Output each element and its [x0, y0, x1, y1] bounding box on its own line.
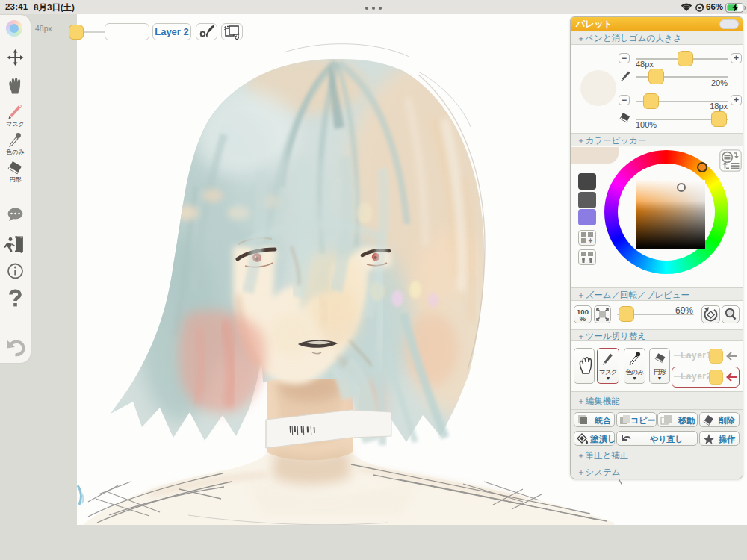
svg-text:+: + — [589, 237, 593, 245]
